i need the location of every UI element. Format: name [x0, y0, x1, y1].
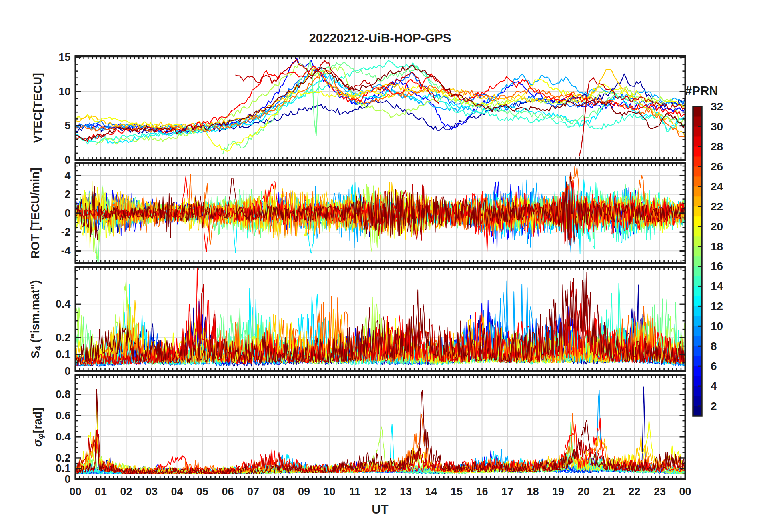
colorbar-tick-label: 32	[711, 100, 723, 113]
series-prn-16	[223, 61, 684, 154]
xtick-label-11: 11	[349, 486, 361, 498]
y-axis-label-vtec: VTEC[TECU]	[31, 73, 44, 143]
ytick-label: 15	[58, 51, 70, 63]
colorbar-step	[693, 236, 702, 247]
colorbar-step	[693, 286, 702, 296]
ytick-label: 0	[64, 473, 70, 485]
colorbar-step	[693, 246, 702, 257]
xtick-label-23: 23	[654, 486, 666, 498]
colorbar-step	[693, 326, 702, 336]
xtick-label-00: 00	[679, 486, 691, 498]
xtick-label-03: 03	[146, 486, 158, 498]
colorbar-step	[693, 376, 702, 386]
chart-title: 20220212-UiB-HOP-GPS	[75, 31, 685, 46]
colorbar-tick-label: 24	[711, 180, 723, 193]
colorbar-tick-label: 26	[711, 160, 723, 173]
ytick-label: 0.2	[56, 452, 71, 464]
colorbar-step	[693, 406, 702, 416]
colorbar-step	[693, 336, 702, 346]
colorbar-tick-label: 10	[711, 320, 723, 332]
xtick-label-02: 02	[120, 486, 132, 498]
colorbar-tick-label: 20	[711, 220, 723, 233]
colorbar: 2468101214161820222426283032	[693, 100, 723, 416]
xtick-label-13: 13	[400, 486, 412, 498]
xtick-label-08: 08	[272, 486, 284, 498]
xtick-label-00: 00	[69, 486, 81, 498]
colorbar-step	[693, 116, 702, 127]
colorbar-step	[693, 166, 702, 177]
xtick-label-19: 19	[552, 486, 564, 498]
ytick-label: -2	[61, 226, 70, 238]
x-axis-label: UT	[75, 502, 685, 517]
panel-s4: 00.10.20.4S4 ("ism.mat")	[29, 267, 685, 377]
ytick-label: 4	[64, 170, 70, 182]
colorbar-step	[693, 186, 702, 197]
xtick-label-21: 21	[603, 486, 615, 498]
colorbar-tick-label: 18	[711, 240, 723, 253]
colorbar-tick-label: 14	[711, 280, 723, 292]
xtick-label-22: 22	[628, 486, 640, 498]
y-axis-label-rot: ROT [TECU/min]	[29, 168, 42, 258]
colorbar-step	[693, 126, 702, 137]
colorbar-step	[693, 356, 702, 366]
panel-rot: -4-2024ROT [TECU/min]	[29, 163, 685, 263]
colorbar-step	[693, 106, 702, 117]
colorbar-tick-label: 28	[711, 140, 723, 153]
colorbar-step	[693, 266, 702, 276]
ytick-label: 0	[64, 207, 70, 219]
ytick-label: 0.8	[56, 388, 71, 400]
colorbar-step	[693, 386, 702, 396]
colorbar-tick-label: 12	[711, 300, 723, 312]
panel-vtec: 051015VTEC[TECU]	[31, 51, 685, 166]
xtick-label-17: 17	[501, 486, 513, 498]
xtick-label-05: 05	[196, 486, 208, 498]
y-axis-label-sigma: σφ[rad]	[31, 408, 45, 447]
colorbar-step	[693, 156, 702, 167]
colorbar-step	[693, 146, 702, 157]
xtick-label-10: 10	[323, 486, 335, 498]
xtick-label-07: 07	[247, 486, 259, 498]
ytick-label: 0.2	[56, 332, 71, 344]
colorbar-step	[693, 396, 702, 406]
colorbar-tick-label: 6	[711, 360, 717, 372]
colorbar-tick-label: 8	[711, 340, 717, 352]
xtick-label-16: 16	[476, 486, 488, 498]
xtick-label-18: 18	[527, 486, 539, 498]
colorbar-step	[693, 136, 702, 147]
colorbar-tick-label: 2	[711, 400, 717, 412]
colorbar-step	[693, 256, 702, 267]
ytick-label: 0.4	[56, 298, 71, 310]
ytick-label: 10	[58, 86, 70, 98]
ytick-label: 0.1	[56, 462, 71, 474]
y-axis-label-s4: S4 ("ism.mat")	[29, 280, 42, 358]
xtick-label-12: 12	[374, 486, 386, 498]
figure-20220212-uib-hop-gps: 051015VTEC[TECU]-4-2024ROT [TECU/min]00.…	[0, 0, 761, 532]
colorbar-step	[693, 346, 702, 356]
colorbar-step	[693, 226, 702, 237]
colorbar-step	[693, 306, 702, 316]
colorbar-step	[693, 316, 702, 326]
colorbar-step	[693, 216, 702, 227]
colorbar-tick-label: 30	[711, 120, 723, 133]
ytick-label: -4	[61, 245, 70, 257]
ytick-label: 0.1	[56, 348, 71, 360]
colorbar-step	[693, 196, 702, 207]
ytick-label: 0	[64, 365, 70, 377]
ytick-label: 2	[64, 188, 70, 200]
colorbar-tick-label: 4	[711, 380, 717, 392]
xtick-label-20: 20	[577, 486, 589, 498]
xtick-label-06: 06	[222, 486, 234, 498]
panel-sigma: 00.10.20.40.60.8σφ[rad]	[31, 375, 685, 485]
colorbar-step	[693, 176, 702, 187]
ytick-label: 5	[64, 120, 70, 132]
colorbar-title: #PRN	[685, 84, 718, 98]
xtick-label-14: 14	[425, 486, 437, 498]
colorbar-tick-label: 22	[711, 200, 723, 213]
ytick-label: 0	[64, 154, 70, 166]
xtick-label-01: 01	[95, 486, 107, 498]
gridlines	[76, 56, 685, 160]
colorbar-step	[693, 296, 702, 306]
xtick-label-15: 15	[451, 486, 463, 498]
colorbar-tick-label: 16	[711, 260, 723, 272]
chart-canvas: 051015VTEC[TECU]-4-2024ROT [TECU/min]00.…	[0, 0, 761, 532]
